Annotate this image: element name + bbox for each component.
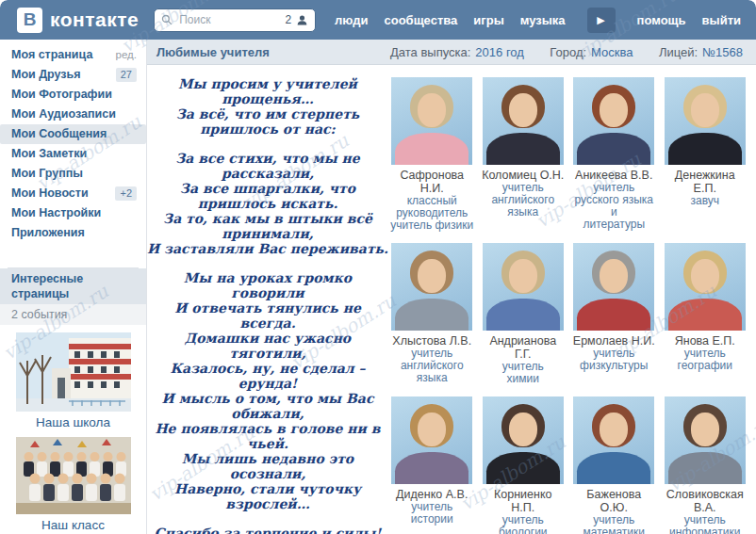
teacher-name: Хлыстова Л.В. xyxy=(390,334,474,348)
release-date-value: 2016 год xyxy=(475,45,524,59)
poem: Мы просим у учителей прощенья… За всё, ч… xyxy=(147,65,388,534)
events-link[interactable]: 2 события xyxy=(0,304,146,325)
teacher-role: учитель физкультуры xyxy=(572,348,656,372)
release-date-label: Дата выпуска: xyxy=(390,45,470,59)
body-shape xyxy=(395,452,468,484)
teacher-card: Хлыстова Л.В. учитель английского языка xyxy=(390,243,474,385)
vk-page: В контакте 2 люди сообщества игры музыка… xyxy=(0,0,756,534)
release-date: Дата выпуска:2016 год xyxy=(390,45,524,59)
album-info-bar: Дата выпуска:2016 год Город:Москва Лицей… xyxy=(390,45,743,59)
teacher-photo[interactable] xyxy=(483,77,564,165)
sidebar-item-apps[interactable]: Приложения xyxy=(0,223,146,243)
nav-music[interactable]: музыка xyxy=(520,13,566,27)
sidebar-item-messages[interactable]: Мои Сообщения xyxy=(0,124,146,144)
school-photo[interactable] xyxy=(16,332,131,412)
content-title-bar: Любимые учителя Дата выпуска:2016 год Го… xyxy=(147,40,756,65)
body-shape xyxy=(668,452,742,484)
teacher-photo[interactable] xyxy=(665,396,746,484)
poem-stanza: Спасибо за терпение и силы! За то, что р… xyxy=(147,526,388,534)
sidebar-item-my-page[interactable]: Моя страница ред. xyxy=(0,45,146,65)
city-value: Москва xyxy=(591,45,633,59)
teacher-card: Корниенко Н.П. учитель биологии xyxy=(482,396,566,534)
school-value: №1568 xyxy=(702,45,743,59)
top-nav: люди сообщества игры музыка ▶ помощь вый… xyxy=(335,8,741,33)
school-caption[interactable]: Наша школа xyxy=(0,415,146,430)
interesting-pages-header[interactable]: Интересные страницы xyxy=(0,268,146,304)
teacher-name: Сафронова Н.И. xyxy=(390,169,474,195)
edit-link[interactable]: ред. xyxy=(116,48,137,62)
teacher-photo[interactable] xyxy=(483,396,564,484)
teacher-photo[interactable] xyxy=(573,243,654,331)
sidebar-item-news[interactable]: Мои Новости +2 xyxy=(0,184,146,203)
friends-online-count: 2 xyxy=(286,13,292,26)
body-shape xyxy=(577,452,650,484)
city-label: Город: xyxy=(550,45,586,59)
teacher-photo[interactable] xyxy=(573,77,654,165)
face-shape xyxy=(509,413,537,446)
teacher-photo[interactable] xyxy=(665,77,746,165)
face-shape xyxy=(418,259,446,293)
nav-people[interactable]: люди xyxy=(335,13,368,27)
sidebar-item-settings[interactable]: Мои Настройки xyxy=(0,203,146,223)
teacher-name: Коломиец О.Н. xyxy=(482,169,566,182)
teacher-card: Янова Е.П. учитель географии xyxy=(664,243,748,385)
teacher-name: Баженова О.Ю. xyxy=(572,488,656,514)
teacher-photo[interactable] xyxy=(391,77,472,165)
poem-stanza: За все стихи, что мы не рассказали, За в… xyxy=(147,151,388,256)
face-shape xyxy=(600,259,628,293)
class-caption[interactable]: Наш класс xyxy=(0,518,146,533)
nav-communities[interactable]: сообщества xyxy=(384,13,457,27)
sidebar-item-notes[interactable]: Мои Заметки xyxy=(0,144,146,164)
vk-logo-icon: В xyxy=(17,8,42,33)
sidebar-item-audio[interactable]: Мои Аудиозаписи xyxy=(0,105,146,124)
search-box[interactable]: 2 xyxy=(154,8,316,32)
face-shape xyxy=(691,413,719,446)
teacher-role: учитель английского языка xyxy=(482,182,566,218)
teacher-photo[interactable] xyxy=(483,243,564,331)
teacher-photo[interactable] xyxy=(391,243,472,331)
teacher-role: учитель истории xyxy=(390,501,474,526)
play-icon: ▶ xyxy=(597,14,604,26)
play-button[interactable]: ▶ xyxy=(587,8,616,33)
teacher-photo[interactable] xyxy=(391,396,472,484)
face-shape xyxy=(509,93,537,127)
teacher-name: Корниенко Н.П. xyxy=(482,488,566,514)
sidebar: Моя страница ред. Мои Друзья 27 Мои Фото… xyxy=(0,40,146,534)
teacher-role: учитель географии xyxy=(664,348,748,372)
search-input[interactable] xyxy=(177,12,280,27)
teacher-card: Коломиец О.Н. учитель английского языка xyxy=(482,77,566,232)
city: Город:Москва xyxy=(550,45,633,59)
teacher-card: Сафронова Н.И. классный руководитель учи… xyxy=(390,77,474,232)
nav-games[interactable]: игры xyxy=(473,13,503,27)
page-title: Любимые учителя xyxy=(156,45,390,59)
teacher-photo[interactable] xyxy=(573,396,654,484)
body-shape xyxy=(395,133,468,165)
teacher-role: учитель химии xyxy=(482,361,566,385)
search-icon xyxy=(161,14,173,25)
teacher-photo[interactable] xyxy=(665,243,746,331)
nav-logout[interactable]: выйти xyxy=(702,13,741,27)
sidebar-item-friends[interactable]: Мои Друзья 27 xyxy=(0,65,146,85)
poem-stanza: Мы на уроках громко говорили И отвечать … xyxy=(147,270,388,511)
news-count-badge: +2 xyxy=(115,186,137,201)
face-shape xyxy=(509,259,537,293)
teacher-card: Денежкина Е.П. завуч xyxy=(664,77,748,232)
vk-logo[interactable]: В контакте xyxy=(17,8,139,33)
school-label: Лицей: xyxy=(659,45,698,59)
main-content: Любимые учителя Дата выпуска:2016 год Го… xyxy=(146,40,756,534)
sidebar-item-photos[interactable]: Мои Фотографии xyxy=(0,85,146,105)
face-shape xyxy=(418,413,446,446)
teacher-card: Ермолаев Н.И. учитель физкультуры xyxy=(572,243,656,385)
face-shape xyxy=(691,93,719,127)
nav-help[interactable]: помощь xyxy=(637,13,686,27)
face-shape xyxy=(600,413,628,446)
sidebar-item-groups[interactable]: Мои Группы xyxy=(0,164,146,184)
teacher-role: классный руководитель учитель физики xyxy=(390,195,474,232)
teacher-name: Аникеева В.В. xyxy=(572,169,656,182)
top-bar: В контакте 2 люди сообщества игры музыка… xyxy=(0,0,756,40)
body-shape xyxy=(668,133,742,165)
teacher-role: учитель математики xyxy=(572,514,656,534)
teacher-role: учитель биологии xyxy=(482,514,566,534)
class-photo[interactable] xyxy=(16,437,131,514)
friends-count-badge: 27 xyxy=(116,68,137,82)
